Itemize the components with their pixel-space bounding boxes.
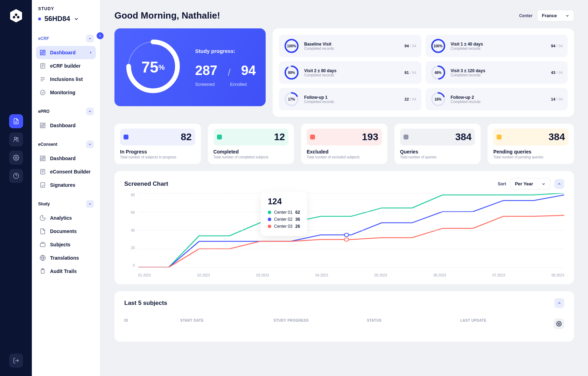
- list-icon: [40, 76, 46, 82]
- nav-section-label: ePRO: [38, 109, 50, 114]
- sidebar-item-econsent-builder[interactable]: eConsent Builder: [36, 165, 96, 178]
- visit-card[interactable]: 48%Visit 3 ± 120 daysCompleted records:4…: [426, 61, 568, 84]
- sidebar-item-translations[interactable]: Translations: [36, 251, 96, 265]
- nav-item-label: Signatures: [50, 182, 75, 188]
- kpi-desc: Total number of pending queries: [493, 155, 568, 159]
- svg-point-7: [16, 138, 18, 139]
- visit-card[interactable]: 17%Follow-up 1Completed records:22 / 94: [279, 88, 421, 110]
- sidebar-item-inclusions-list[interactable]: Inclusions list: [36, 73, 96, 86]
- nav-item-label: Dashboard: [50, 156, 76, 161]
- rail-settings[interactable]: [9, 151, 23, 165]
- svg-rect-29: [43, 156, 45, 157]
- y-tick: 40: [124, 228, 135, 232]
- kpi-card-queries[interactable]: 384QueriesTotal number of queries: [394, 124, 481, 164]
- builder-icon: [40, 169, 46, 175]
- svg-point-6: [14, 137, 16, 139]
- sidebar-item-monitoring[interactable]: Monitoring: [36, 86, 96, 99]
- rail-logout[interactable]: [9, 354, 23, 368]
- visit-count: 22 / 94: [405, 97, 416, 101]
- x-tick: 06.2023: [433, 273, 446, 277]
- rail-documents[interactable]: [9, 114, 23, 128]
- sort-value: Per Year: [515, 181, 533, 186]
- sidebar-item-analytics[interactable]: Analytics: [36, 211, 96, 225]
- chevron-up-icon: [86, 200, 94, 208]
- kpi-value: 384: [455, 131, 472, 143]
- kpi-card-in-progress[interactable]: 82In ProgressTotal number of subjects in…: [114, 124, 201, 164]
- kpi-card-pending-queries[interactable]: 384Pending queriesTotal number of pendin…: [488, 124, 574, 164]
- kpi-card-completed[interactable]: 12CompletedTotal number of completed sub…: [208, 124, 294, 164]
- legend-value: 36: [295, 217, 300, 222]
- visit-progress-ring: 18%: [430, 91, 446, 107]
- nav-item-label: Translations: [50, 255, 79, 261]
- progress-title: Study progress:: [195, 48, 256, 54]
- center-value: France: [542, 13, 557, 18]
- visit-card[interactable]: 18%Follow-up 2Completed records:14 / 94: [426, 88, 568, 110]
- sidebar-item-dashboard[interactable]: Dashboard: [36, 152, 96, 165]
- screened-value: 287: [195, 63, 217, 78]
- legend-row: Center 0236: [268, 217, 300, 222]
- svg-rect-24: [40, 123, 42, 125]
- svg-rect-15: [40, 54, 42, 55]
- enrolled-value: 94: [241, 63, 256, 78]
- collapse-sidebar-button[interactable]: [97, 32, 104, 39]
- legend-name: Center 03: [274, 224, 293, 229]
- x-tick: 03.2023: [256, 273, 269, 277]
- nav-section-econsent[interactable]: eConsent: [36, 137, 96, 152]
- y-tick: 60: [124, 211, 135, 214]
- nav-section-ecrf[interactable]: eCRF: [36, 31, 96, 46]
- visit-title: Follow-up 2: [451, 95, 546, 100]
- rail-users[interactable]: [9, 132, 23, 146]
- center-dropdown[interactable]: France: [537, 10, 574, 21]
- page-greeting: Good Morning, Nathalie!: [114, 10, 220, 21]
- visit-title: Baseline Visit: [304, 42, 400, 47]
- svg-point-3: [17, 16, 19, 19]
- chevron-up-icon: [86, 35, 94, 42]
- nav-item-label: eConsent Builder: [50, 169, 91, 175]
- app-logo: [9, 8, 23, 23]
- legend-dot: [268, 225, 271, 228]
- chevron-down-icon: [74, 16, 79, 22]
- sort-label: Sort: [498, 182, 506, 186]
- visit-card[interactable]: 100%Baseline VisitCompleted records:94 /…: [279, 35, 421, 57]
- x-tick: 02.2023: [197, 273, 210, 277]
- kpi-color-swatch: [217, 135, 222, 139]
- col-last: LAST UPDATE: [460, 319, 554, 329]
- sidebar-item-subjects[interactable]: Subjects: [36, 238, 96, 251]
- nav-section-epro[interactable]: ePRO: [36, 104, 96, 119]
- table-settings-button[interactable]: [554, 319, 564, 329]
- chart-collapse-button[interactable]: [554, 179, 564, 189]
- visit-subtitle: Completed records:: [451, 73, 546, 77]
- svg-point-8: [15, 157, 17, 159]
- nav-section-study[interactable]: Study: [36, 197, 96, 211]
- kpi-card-excluded[interactable]: 193ExcludedTotal number of excluded subj…: [301, 124, 387, 164]
- sidebar-item-ecrf-builder[interactable]: eCRF builder: [36, 59, 96, 73]
- visit-subtitle: Completed records:: [304, 73, 400, 77]
- y-tick: 80: [124, 193, 135, 197]
- legend-value: 26: [295, 224, 300, 229]
- dashboard-icon: [40, 49, 46, 56]
- y-tick: 0: [124, 264, 135, 267]
- kpi-value: 193: [362, 131, 378, 143]
- visit-card[interactable]: 89%Visit 2 ± 80 daysCompleted records:81…: [279, 61, 421, 84]
- kpi-color-swatch: [497, 135, 502, 139]
- visit-subtitle: Completed records:: [451, 47, 546, 50]
- svg-rect-13: [43, 50, 45, 52]
- visit-card[interactable]: 100%Visit 1 ± 40 daysCompleted records:9…: [426, 35, 568, 57]
- visit-count: 14 / 94: [551, 97, 563, 101]
- sidebar-item-signatures[interactable]: Signatures: [36, 178, 96, 192]
- x-tick: 08.2023: [552, 273, 564, 277]
- sort-dropdown[interactable]: Per Year: [510, 178, 550, 190]
- legend-name: Center 02: [274, 217, 293, 222]
- sidebar-item-audit-trails[interactable]: Audit Trails: [36, 265, 96, 278]
- subjects-collapse-button[interactable]: [554, 298, 564, 308]
- sidebar-item-documents[interactable]: Documents: [36, 225, 96, 238]
- sidebar-item-dashboard[interactable]: Dashboard: [36, 119, 96, 132]
- nav-item-label: Audit Trails: [50, 268, 77, 274]
- visit-progress-ring: 100%: [284, 38, 299, 54]
- study-selector[interactable]: 56HD84: [38, 15, 94, 23]
- svg-rect-30: [43, 158, 45, 161]
- sidebar-item-dashboard[interactable]: Dashboard: [36, 46, 96, 59]
- sidebar: STUDY 56HD84 eCRF DashboardeCRF builderI…: [32, 0, 100, 376]
- analytics-icon: [40, 215, 46, 221]
- rail-help[interactable]: [9, 169, 23, 183]
